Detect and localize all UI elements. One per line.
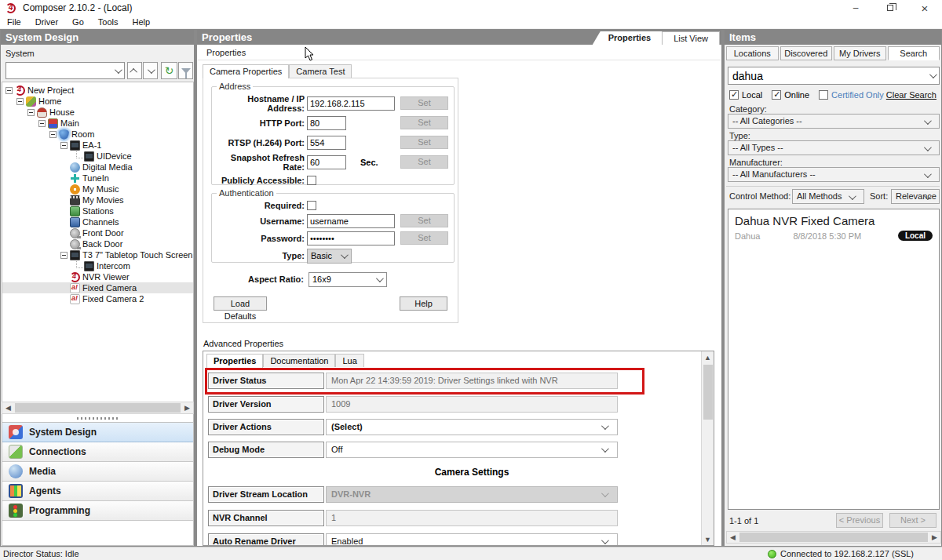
category-select[interactable]: -- All Categories -- xyxy=(728,114,940,129)
menu-help[interactable]: Help xyxy=(125,17,157,27)
scrollbar-thumb[interactable] xyxy=(703,365,713,420)
nav-system-design[interactable]: System Design xyxy=(2,423,193,442)
filter-button[interactable] xyxy=(178,62,193,79)
tree-item-stations[interactable]: Stations xyxy=(2,205,193,216)
menu-driver[interactable]: Driver xyxy=(28,17,65,27)
clear-search-link[interactable]: Clear Search xyxy=(886,90,937,100)
tree-item-front-door[interactable]: Front Door xyxy=(2,227,193,238)
tab-properties-view[interactable]: Properties xyxy=(593,31,662,45)
tree-item-fixed-camera[interactable]: Fixed Camera xyxy=(2,282,193,293)
scroll-down-icon[interactable]: ▼ xyxy=(702,533,714,545)
set-snapshot-rate-button[interactable]: Set xyxy=(400,155,448,169)
scroll-right-icon[interactable]: ▶ xyxy=(181,402,193,413)
tree-item-home[interactable]: Home xyxy=(2,96,193,107)
close-button[interactable]: × xyxy=(907,0,942,16)
tree-item-nvr-viewer[interactable]: NVR Viewer xyxy=(2,271,193,282)
publicly-accessible-checkbox[interactable] xyxy=(307,176,316,185)
collapse-icon[interactable] xyxy=(49,131,57,138)
load-defaults-button[interactable]: Load Defaults xyxy=(214,296,267,311)
tab-advanced-properties[interactable]: Properties xyxy=(206,354,263,368)
online-checkbox[interactable] xyxy=(772,90,781,100)
tab-documentation[interactable]: Documentation xyxy=(263,354,335,367)
scroll-right-icon[interactable]: ▶ xyxy=(929,532,940,543)
set-password-button[interactable]: Set xyxy=(400,231,448,245)
set-hostname-button[interactable]: Set xyxy=(400,96,448,110)
minimize-button[interactable]: – xyxy=(838,0,873,16)
scrollbar-thumb[interactable] xyxy=(15,403,181,413)
items-horizontal-scrollbar[interactable]: ◀ ▶ xyxy=(726,531,941,544)
debug-mode-select[interactable]: Off xyxy=(326,442,618,458)
tab-camera-test[interactable]: Camera Test xyxy=(289,64,352,78)
hostname-input[interactable] xyxy=(307,96,395,111)
splitter-handle[interactable] xyxy=(1,416,194,421)
local-checkbox[interactable] xyxy=(729,90,739,100)
manufacturer-select[interactable]: -- All Manufacturers -- xyxy=(728,167,940,182)
find-next-button[interactable] xyxy=(143,62,158,79)
next-button[interactable]: Next > xyxy=(889,513,937,528)
tree-item-t3-touchscreen[interactable]: T3 7" Tabletop Touch Screen xyxy=(2,249,193,260)
tree-item-main[interactable]: Main xyxy=(2,118,193,129)
tree-item-new-project[interactable]: New Project xyxy=(2,85,193,96)
set-http-port-button[interactable]: Set xyxy=(400,116,448,129)
rtsp-port-input[interactable] xyxy=(307,136,346,150)
tab-locations[interactable]: Locations xyxy=(726,46,779,60)
set-username-button[interactable]: Set xyxy=(400,214,448,227)
menu-tools[interactable]: Tools xyxy=(91,17,126,27)
driver-stream-location-select[interactable]: DVR-NVR xyxy=(326,486,618,503)
nav-agents[interactable]: Agents xyxy=(2,482,193,501)
nav-connections[interactable]: Connections xyxy=(2,442,193,462)
help-button[interactable]: Help xyxy=(400,296,447,311)
scrollbar-thumb[interactable] xyxy=(739,533,928,542)
collapse-icon[interactable] xyxy=(60,252,68,259)
tab-search[interactable]: Search xyxy=(888,46,940,60)
tree-item-my-movies[interactable]: My Movies xyxy=(2,195,193,205)
type-select[interactable]: -- All Types -- xyxy=(728,140,940,155)
nav-media[interactable]: Media xyxy=(2,462,193,482)
find-previous-button[interactable] xyxy=(127,62,142,79)
collapse-icon[interactable] xyxy=(60,142,68,149)
snapshot-rate-input[interactable] xyxy=(307,155,346,169)
tab-discovered[interactable]: Discovered xyxy=(780,46,833,60)
aspect-ratio-select[interactable]: 16x9 xyxy=(309,272,387,287)
menu-file[interactable]: File xyxy=(0,17,28,27)
collapse-icon[interactable] xyxy=(27,109,35,116)
tree-horizontal-scrollbar[interactable]: ◀ ▶ xyxy=(2,402,194,414)
sort-select[interactable]: Relevance xyxy=(891,189,940,204)
set-rtsp-port-button[interactable]: Set xyxy=(400,136,448,149)
driver-actions-select[interactable]: (Select) xyxy=(326,419,618,435)
password-input[interactable] xyxy=(307,231,395,245)
collapse-icon[interactable] xyxy=(16,98,24,105)
auto-rename-driver-select[interactable]: Enabled xyxy=(326,533,618,546)
http-port-input[interactable] xyxy=(307,116,346,130)
tree-item-uidevice[interactable]: UIDevice xyxy=(2,151,193,162)
menu-go[interactable]: Go xyxy=(65,17,91,27)
search-combo[interactable]: dahua xyxy=(728,67,940,85)
refresh-button[interactable]: ↻ xyxy=(161,62,177,79)
tab-camera-properties[interactable]: Camera Properties xyxy=(203,64,289,78)
tree-item-intercom[interactable]: Intercom xyxy=(2,260,193,271)
tree-item-channels[interactable]: Channels xyxy=(2,216,193,227)
tree-item-digital-media[interactable]: Digital Media xyxy=(2,162,193,173)
certified-only-checkbox[interactable] xyxy=(819,90,828,100)
tab-lua[interactable]: Lua xyxy=(335,354,363,367)
collapse-icon[interactable] xyxy=(5,87,13,94)
tab-my-drivers[interactable]: My Drivers xyxy=(834,46,886,60)
restore-button[interactable] xyxy=(873,0,907,16)
result-item[interactable]: Dahua NVR Fixed Camera Dahua 8/8/2018 5:… xyxy=(728,209,939,241)
tab-list-view[interactable]: List View xyxy=(662,31,720,45)
control-method-select[interactable]: All Methods xyxy=(792,189,864,204)
system-combo[interactable] xyxy=(5,62,125,79)
scroll-left-icon[interactable]: ◀ xyxy=(2,402,14,413)
scroll-up-icon[interactable]: ▲ xyxy=(702,351,714,363)
advanced-vertical-scrollbar[interactable]: ▲ ▼ xyxy=(701,351,714,545)
collapse-icon[interactable] xyxy=(38,120,46,127)
tree-item-my-music[interactable]: My Music xyxy=(2,184,193,195)
tree-item-room[interactable]: Room xyxy=(2,129,193,140)
previous-button[interactable]: < Previous xyxy=(836,513,883,528)
required-checkbox[interactable] xyxy=(307,201,316,210)
auth-type-select[interactable]: Basic xyxy=(307,249,352,264)
nav-programming[interactable]: Programming xyxy=(2,501,193,521)
tree-item-tunein[interactable]: TuneIn xyxy=(2,173,193,184)
scroll-left-icon[interactable]: ◀ xyxy=(727,532,739,543)
tree-item-ea1[interactable]: EA-1 xyxy=(2,140,193,151)
